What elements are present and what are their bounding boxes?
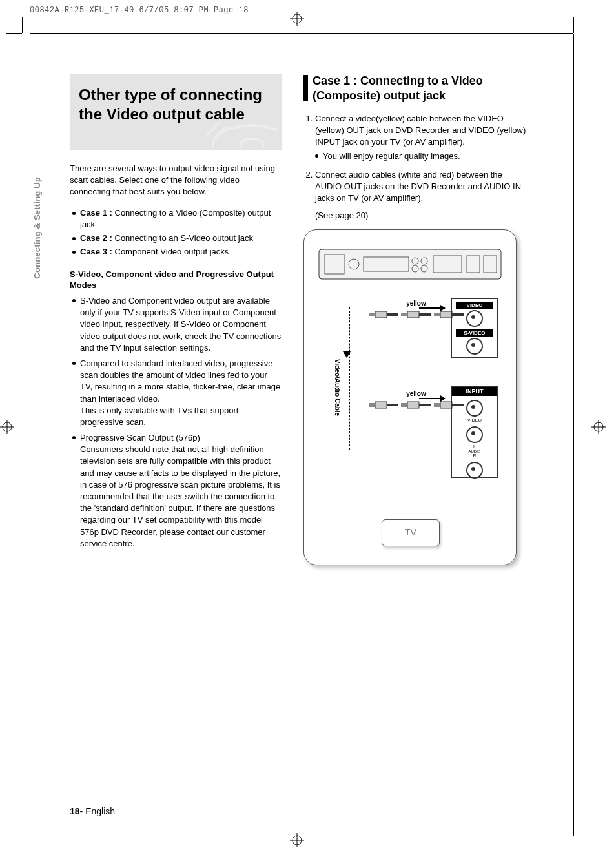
crop-mark	[30, 33, 573, 34]
svg-rect-28	[375, 311, 387, 318]
port-label: VIDEO	[456, 302, 493, 309]
crop-mark	[30, 820, 573, 820]
arrow-icon	[419, 398, 445, 399]
registration-mark-icon	[290, 833, 304, 847]
connection-diagram: Video/Audio Cable yellow VIDEO S-VIDEO	[303, 229, 517, 565]
rca-plug-icon	[369, 310, 398, 319]
note-item: Compared to standard interlaced video, p…	[72, 358, 282, 428]
see-page-reference: (See page 20)	[315, 211, 527, 220]
case-item: Case 2 : Connecting to an S-Video output…	[72, 233, 282, 245]
svideo-out-jack-icon	[466, 338, 483, 355]
page-number: 18	[70, 806, 80, 816]
svg-rect-36	[369, 403, 375, 407]
registration-mark-icon	[591, 420, 606, 434]
svg-rect-37	[375, 402, 387, 408]
rca-plug-icon	[369, 400, 398, 409]
crop-mark	[573, 820, 574, 836]
crop-mark	[575, 820, 590, 820]
title-box: Other type of connecting the Video outpu…	[70, 74, 282, 150]
port-label: LAUDIOR	[452, 444, 497, 458]
dvd-output-panel: VIDEO S-VIDEO	[451, 298, 498, 358]
port-label: VIDEO	[452, 418, 497, 422]
page-footer: 18- English	[70, 806, 115, 816]
print-header: 00842A-R125-XEU_17-40 6/7/05 8:07 PM Pag…	[30, 6, 249, 15]
svg-rect-30	[401, 313, 407, 316]
crop-mark	[573, 17, 574, 33]
svg-rect-34	[440, 311, 452, 318]
svg-rect-27	[369, 313, 375, 316]
notes-list: S-Video and Component video output are a…	[70, 295, 282, 550]
cable-label: Video/Audio Cable	[334, 359, 341, 416]
rca-plug-icon	[401, 310, 431, 319]
svg-rect-42	[434, 403, 440, 407]
case-list: Case 1 : Connecting to a Video (Composit…	[70, 207, 282, 258]
rca-plug-icon	[401, 400, 431, 409]
disc-decoration-icon	[200, 116, 278, 147]
svg-rect-41	[419, 404, 431, 406]
yellow-label: yellow	[369, 390, 464, 397]
svg-rect-33	[434, 313, 440, 316]
svg-point-13	[240, 139, 263, 147]
section-tab: Connecting & Setting Up	[32, 177, 42, 279]
intro-paragraph: There are several ways to output video s…	[70, 163, 282, 198]
svg-rect-43	[440, 402, 452, 408]
registration-mark-icon	[290, 12, 304, 26]
step-item: Connect a video(yellow) cable between th…	[315, 113, 527, 163]
svg-rect-29	[387, 313, 398, 316]
note-item: Progressive Scan Output (576p) Consumers…	[72, 432, 282, 550]
crop-mark	[22, 17, 23, 33]
registration-mark-icon	[0, 420, 14, 434]
dvd-recorder-rear-icon	[318, 245, 502, 284]
crop-mark	[6, 33, 22, 34]
case-item: Case 3 : Component Video output jacks	[72, 246, 282, 258]
plug-group-in: yellow	[369, 390, 464, 413]
tv-icon: TV	[382, 519, 440, 546]
tv-input-panel: INPUT VIDEO LAUDIOR	[451, 386, 498, 478]
down-arrow-icon	[343, 351, 349, 358]
svg-rect-38	[387, 404, 398, 406]
step-sub-item: You will enjoy regular quality images.	[315, 150, 527, 162]
sub-heading: S-Video, Component video and Progressive…	[70, 269, 282, 291]
svg-rect-32	[419, 313, 431, 316]
video-out-jack-icon	[466, 310, 483, 327]
arrow-icon	[419, 307, 445, 309]
input-header: INPUT	[452, 387, 497, 396]
cable-line	[349, 307, 351, 450]
port-label: S-VIDEO	[456, 329, 493, 337]
yellow-label: yellow	[369, 300, 464, 307]
svg-rect-40	[407, 402, 419, 408]
crop-mark	[573, 34, 574, 820]
audio-r-jack-icon	[466, 462, 483, 479]
language-label: English	[85, 806, 115, 816]
steps-list: Connect a video(yellow) cable between th…	[303, 113, 527, 204]
note-item: S-Video and Component video output are a…	[72, 295, 282, 354]
section-title: Case 1 : Connecting to a Video (Composit…	[303, 74, 527, 104]
crop-mark	[6, 820, 22, 820]
step-item: Connect audio cables (white and red) bet…	[315, 169, 527, 205]
svg-rect-39	[401, 403, 407, 407]
audio-l-jack-icon	[466, 426, 483, 443]
svg-rect-16	[319, 249, 501, 279]
plug-group-out: yellow	[369, 300, 464, 323]
video-in-jack-icon	[466, 400, 483, 417]
svg-rect-31	[407, 311, 419, 318]
case-item: Case 1 : Connecting to a Video (Composit…	[72, 207, 282, 232]
